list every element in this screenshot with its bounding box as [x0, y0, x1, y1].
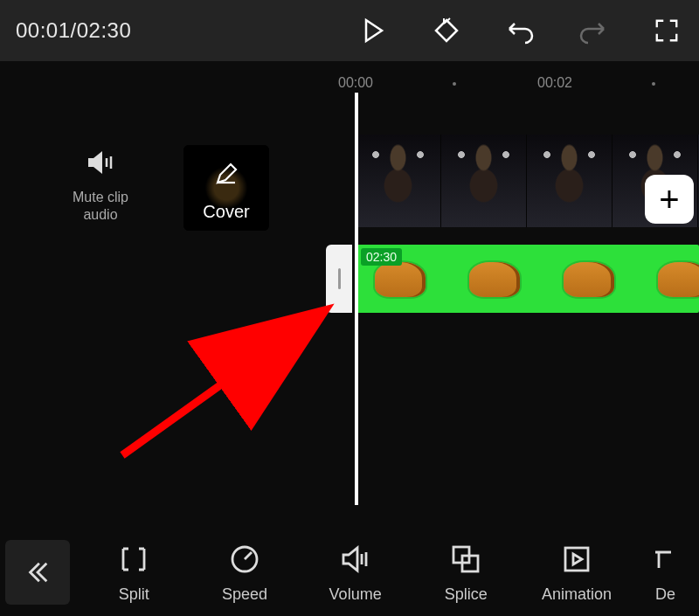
delete-label: De: [648, 585, 683, 604]
svg-rect-5: [565, 548, 588, 571]
animation-icon: [559, 542, 594, 577]
delete-icon: [648, 542, 683, 577]
tracks: + 02:30: [356, 135, 699, 313]
video-track-2[interactable]: 02:30: [356, 245, 699, 313]
keyframe-button[interactable]: [430, 14, 463, 47]
animation-label: Animation: [537, 585, 616, 604]
speed-button[interactable]: Speed: [205, 542, 284, 604]
add-clip-button[interactable]: +: [645, 175, 694, 224]
cover-label: Cover: [203, 202, 249, 222]
top-icons: [356, 14, 683, 47]
redo-button[interactable]: [577, 14, 610, 47]
delete-button[interactable]: De: [648, 542, 683, 604]
split-icon: [116, 542, 151, 577]
undo-button[interactable]: [503, 14, 536, 47]
clip-frame: [356, 135, 441, 227]
splice-label: Splice: [426, 585, 505, 604]
annotation-arrow: [114, 302, 341, 460]
clip-frame: [441, 135, 527, 227]
cover-button[interactable]: Cover: [183, 145, 269, 231]
volume-button[interactable]: Volume: [316, 542, 395, 604]
playhead[interactable]: [355, 93, 358, 505]
total-time: 02:30: [77, 18, 132, 42]
clip-duration-badge: 02:30: [361, 248, 402, 266]
splice-button[interactable]: Splice: [426, 542, 505, 604]
clip-frame: [527, 135, 612, 227]
split-button[interactable]: Split: [94, 542, 173, 604]
volume-icon: [338, 542, 373, 577]
mute-label: Mute clipaudio: [61, 189, 140, 224]
animation-button[interactable]: Animation: [537, 542, 616, 604]
ruler-tick-1: 00:02: [537, 75, 572, 91]
mute-clip-audio-button[interactable]: Mute clipaudio: [61, 145, 140, 224]
clip-frame: [639, 245, 699, 313]
back-button[interactable]: [5, 540, 70, 605]
timeline-area: Mute clipaudio Cover + 02:30: [0, 101, 699, 529]
speaker-icon: [82, 145, 119, 182]
ruler-dot: [453, 82, 456, 86]
splice-icon: [448, 542, 483, 577]
current-time: 00:01: [16, 18, 71, 42]
speed-label: Speed: [205, 585, 284, 604]
left-controls: Mute clipaudio Cover: [61, 145, 269, 231]
clip-frame: [544, 245, 639, 313]
ruler-tick-0: 00:00: [338, 75, 373, 91]
speed-icon: [227, 542, 262, 577]
split-label: Split: [94, 585, 173, 604]
plus-icon: +: [659, 180, 679, 219]
svg-line-1: [122, 313, 322, 455]
edit-icon: [215, 163, 238, 185]
timeline-ruler[interactable]: 00:00 00:02: [0, 70, 699, 101]
clip-frame: [450, 245, 544, 313]
volume-label: Volume: [316, 585, 395, 604]
play-button[interactable]: [356, 14, 390, 47]
timecode: 00:01/02:30: [16, 18, 131, 43]
fullscreen-button[interactable]: [650, 14, 683, 47]
clip-trim-handle[interactable]: [326, 245, 352, 313]
top-bar: 00:01/02:30: [0, 0, 699, 61]
bottom-toolbar: Split Speed Volume Spli: [0, 529, 699, 616]
ruler-dot: [652, 82, 655, 86]
